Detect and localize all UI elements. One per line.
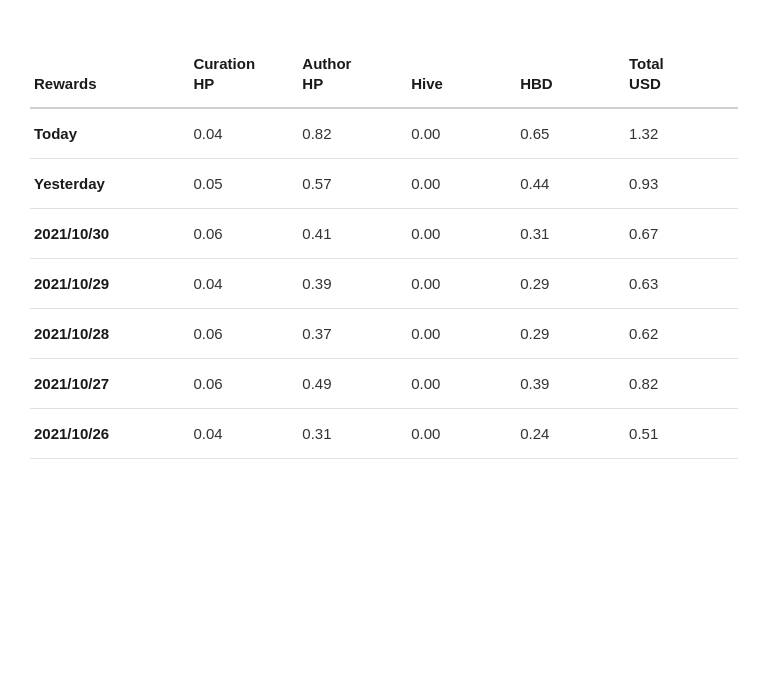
table-body: Today0.040.820.000.651.32Yesterday0.050.… — [30, 108, 738, 459]
table-row: 2021/10/270.060.490.000.390.82 — [30, 359, 738, 409]
col-header-curation-hp: Curation HP — [193, 40, 302, 108]
cell-author_hp: 0.37 — [302, 309, 411, 359]
cell-hive: 0.00 — [411, 309, 520, 359]
cell-label: 2021/10/28 — [30, 309, 193, 359]
header-row: Rewards Curation HP Author HP Hive HBD T — [30, 40, 738, 108]
rewards-table: Rewards Curation HP Author HP Hive HBD T — [30, 40, 738, 459]
col-header-total-usd: Total USD — [629, 40, 738, 108]
table-row: 2021/10/280.060.370.000.290.62 — [30, 309, 738, 359]
cell-hbd: 0.44 — [520, 159, 629, 209]
cell-author_hp: 0.41 — [302, 209, 411, 259]
table-row: 2021/10/290.040.390.000.290.63 — [30, 259, 738, 309]
cell-hbd: 0.24 — [520, 409, 629, 459]
cell-total_usd: 1.32 — [629, 108, 738, 159]
cell-hive: 0.00 — [411, 359, 520, 409]
cell-curation_hp: 0.04 — [193, 108, 302, 159]
cell-hbd: 0.31 — [520, 209, 629, 259]
cell-label: 2021/10/27 — [30, 359, 193, 409]
cell-label: 2021/10/26 — [30, 409, 193, 459]
cell-label: Today — [30, 108, 193, 159]
cell-total_usd: 0.63 — [629, 259, 738, 309]
table-row: 2021/10/260.040.310.000.240.51 — [30, 409, 738, 459]
table-row: Today0.040.820.000.651.32 — [30, 108, 738, 159]
col-header-hive: Hive — [411, 40, 520, 108]
col-header-author-hp: Author HP — [302, 40, 411, 108]
cell-curation_hp: 0.06 — [193, 209, 302, 259]
col-header-rewards: Rewards — [30, 40, 193, 108]
cell-curation_hp: 0.04 — [193, 259, 302, 309]
cell-hbd: 0.65 — [520, 108, 629, 159]
cell-label: 2021/10/30 — [30, 209, 193, 259]
rewards-table-wrapper: Rewards Curation HP Author HP Hive HBD T — [30, 40, 738, 459]
cell-hbd: 0.29 — [520, 309, 629, 359]
table-header: Rewards Curation HP Author HP Hive HBD T — [30, 40, 738, 108]
cell-total_usd: 0.51 — [629, 409, 738, 459]
cell-author_hp: 0.49 — [302, 359, 411, 409]
table-row: 2021/10/300.060.410.000.310.67 — [30, 209, 738, 259]
cell-hbd: 0.39 — [520, 359, 629, 409]
cell-hive: 0.00 — [411, 409, 520, 459]
cell-total_usd: 0.93 — [629, 159, 738, 209]
cell-label: Yesterday — [30, 159, 193, 209]
table-row: Yesterday0.050.570.000.440.93 — [30, 159, 738, 209]
cell-hbd: 0.29 — [520, 259, 629, 309]
cell-curation_hp: 0.04 — [193, 409, 302, 459]
cell-hive: 0.00 — [411, 209, 520, 259]
cell-hive: 0.00 — [411, 159, 520, 209]
cell-hive: 0.00 — [411, 259, 520, 309]
cell-label: 2021/10/29 — [30, 259, 193, 309]
cell-author_hp: 0.39 — [302, 259, 411, 309]
cell-curation_hp: 0.06 — [193, 359, 302, 409]
cell-author_hp: 0.82 — [302, 108, 411, 159]
cell-total_usd: 0.67 — [629, 209, 738, 259]
cell-total_usd: 0.82 — [629, 359, 738, 409]
cell-author_hp: 0.57 — [302, 159, 411, 209]
cell-total_usd: 0.62 — [629, 309, 738, 359]
cell-curation_hp: 0.06 — [193, 309, 302, 359]
cell-hive: 0.00 — [411, 108, 520, 159]
cell-author_hp: 0.31 — [302, 409, 411, 459]
col-header-hbd: HBD — [520, 40, 629, 108]
cell-curation_hp: 0.05 — [193, 159, 302, 209]
